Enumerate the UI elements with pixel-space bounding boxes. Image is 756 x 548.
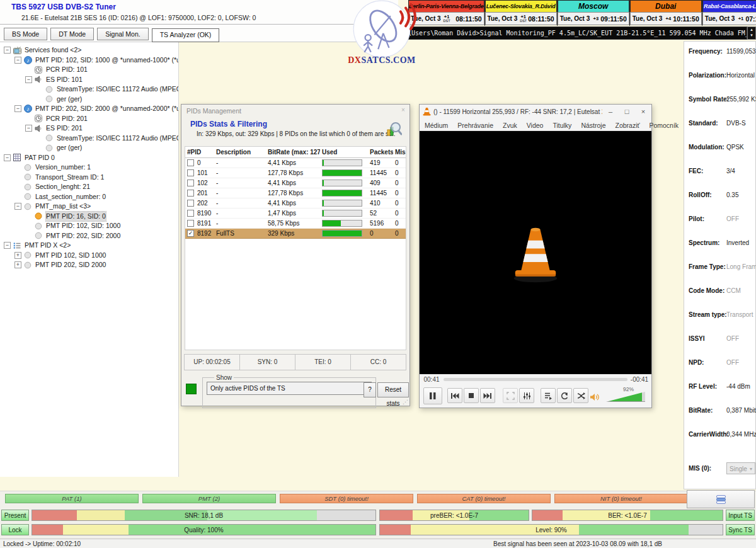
- tree-item[interactable]: −Services found <2>: [0, 45, 178, 55]
- table-row[interactable]: 102-4,41 Kbps4090: [185, 178, 406, 188]
- collapse-icon[interactable]: −: [4, 47, 11, 54]
- input-ts-button[interactable]: Input TS: [726, 510, 755, 521]
- seek-bar[interactable]: [444, 378, 627, 381]
- tree-item[interactable]: −PAT PID 0: [0, 153, 178, 163]
- menu-pomocn-k[interactable]: Pomocník: [649, 122, 679, 129]
- tree-item[interactable]: PCR PID: 101: [0, 65, 178, 75]
- table-row[interactable]: 101-127,78 Kbps114450: [185, 168, 406, 178]
- table-row[interactable]: 0-4,41 Kbps4190: [185, 158, 406, 168]
- lock-button[interactable]: Lock: [1, 524, 29, 535]
- show-filter-select[interactable]: Only active PIDS of the TS ▾: [207, 382, 372, 395]
- vlc-titlebar[interactable]: () - 11599 Horizontal 255,993 / RF: -44 …: [420, 105, 651, 118]
- loop-button[interactable]: [557, 388, 572, 403]
- column-header-used[interactable]: Used: [320, 147, 368, 157]
- present-row: Present SNR: 18,1 dB preBER: <1.0E-7 BER…: [0, 510, 756, 522]
- row-checkbox[interactable]: [187, 220, 194, 227]
- table-row[interactable]: 202-4,41 Kbps4100: [185, 198, 406, 208]
- tree-item[interactable]: −ES PID: 101: [0, 75, 178, 85]
- tree-item[interactable]: Last_section_number: 0: [0, 192, 178, 202]
- help-button[interactable]: ?: [364, 382, 376, 397]
- menu-video[interactable]: Video: [527, 122, 544, 129]
- collapse-icon[interactable]: −: [14, 57, 21, 64]
- tree-item[interactable]: +PMT PID 102, SID 1000: [0, 251, 178, 261]
- tree-item[interactable]: ger (ger): [0, 94, 178, 105]
- close-icon[interactable]: ×: [399, 106, 407, 114]
- present-button[interactable]: Present: [1, 510, 29, 521]
- tree-item[interactable]: ger (ger): [0, 143, 178, 153]
- tree-item[interactable]: PMT PID: 16, SID: 0: [0, 212, 178, 222]
- tree-item[interactable]: Transport_Stream ID: 1: [0, 173, 178, 183]
- tree-item[interactable]: PMT PID: 202, SID: 2000: [0, 231, 178, 241]
- tree-item[interactable]: StreamType: ISO/IEC 11172 Audio (MPEG-1)…: [0, 84, 178, 94]
- minimize-icon[interactable]: –: [602, 108, 619, 115]
- menu-prehr-vanie[interactable]: Prehrávanie: [457, 122, 493, 129]
- table-row[interactable]: 201-127,78 Kbps114450: [185, 188, 406, 198]
- menu-zobrazi[interactable]: Zobraziť: [615, 122, 639, 129]
- menu-n-stroje[interactable]: Nástroje: [581, 122, 605, 129]
- expand-icon[interactable]: +: [14, 261, 21, 268]
- table-row[interactable]: ✓8192FullTS329 Kbps00: [185, 229, 406, 239]
- row-checkbox[interactable]: [187, 210, 194, 217]
- collapse-icon[interactable]: −: [14, 203, 21, 210]
- equalizer-button[interactable]: [519, 388, 534, 403]
- column-header-bitrate-max-[interactable]: BitRate (max: 127,78 Kb...: [266, 147, 320, 157]
- playlist-button[interactable]: [541, 388, 556, 403]
- row-checkbox[interactable]: [187, 190, 194, 197]
- pause-button[interactable]: [423, 387, 442, 404]
- tree-item[interactable]: PCR PID: 201: [0, 114, 178, 124]
- sync-ts-button[interactable]: Sync TS: [726, 524, 755, 535]
- tab-bs-mode[interactable]: BS Mode: [4, 28, 47, 40]
- volume-slider[interactable]: [606, 392, 645, 402]
- vlc-video-area[interactable]: [420, 131, 651, 374]
- reset-stats-button[interactable]: Reset stats: [377, 382, 409, 397]
- app-root: TBS 5927 USB DVB-S2 Tuner 21.6E - Eutels…: [0, 0, 756, 548]
- console-command-bar[interactable]: C:\Users\Roman Dávid>Signal Monitoring_P…: [397, 26, 747, 40]
- tree-item[interactable]: StreamType: ISO/IEC 11172 Audio (MPEG-1)…: [0, 134, 178, 144]
- table-row[interactable]: 8191-58,75 Kbps51960: [185, 219, 406, 229]
- table-row[interactable]: 8190-1,47 Kbps520: [185, 208, 406, 219]
- database-button[interactable]: [687, 490, 755, 508]
- collapse-icon[interactable]: −: [4, 242, 11, 249]
- menu-zvuk[interactable]: Zvuk: [503, 122, 517, 129]
- console-scrollbar[interactable]: ▲ ▼: [747, 26, 756, 40]
- tab-ts-analyzer-ok[interactable]: TS Analyzer (OK): [152, 28, 220, 42]
- row-checkbox[interactable]: [187, 200, 194, 207]
- collapse-icon[interactable]: −: [25, 76, 32, 83]
- tree-item[interactable]: −PMT PID X <2>: [0, 241, 178, 251]
- tree-item[interactable]: −♪PMT PID: 102, SID: 1000 @ *unnamed-100…: [0, 55, 178, 66]
- pids-window-titlebar[interactable]: PIDs Management: [181, 105, 410, 117]
- tree-item[interactable]: +PMT PID 202, SID 2000: [0, 260, 178, 270]
- tree-item[interactable]: −ES PID: 201: [0, 123, 178, 134]
- tree-item[interactable]: −♪PMT PID: 202, SID: 2000 @ *unnamed-200…: [0, 104, 178, 114]
- row-checkbox[interactable]: ✓: [187, 230, 194, 237]
- collapse-icon[interactable]: −: [14, 105, 21, 112]
- row-checkbox[interactable]: [187, 159, 194, 166]
- menu-m-dium[interactable]: Médium: [425, 122, 448, 129]
- stop-button[interactable]: [464, 388, 479, 403]
- resize-grip-icon[interactable]: ⋰: [403, 399, 408, 405]
- maximize-icon[interactable]: □: [619, 108, 635, 115]
- tree-item[interactable]: −PMT_map_list <3>: [0, 202, 178, 212]
- column-header-description[interactable]: Description: [214, 147, 266, 157]
- scroll-up-icon[interactable]: ▲: [748, 27, 755, 33]
- row-checkbox[interactable]: [187, 180, 194, 186]
- tree-item[interactable]: Section_lenght: 21: [0, 182, 178, 192]
- column-header-packets[interactable]: Packets: [368, 147, 393, 157]
- column-header-pid[interactable]: #PID: [185, 147, 214, 157]
- menu-titulky[interactable]: Titulky: [553, 122, 571, 129]
- tree-item[interactable]: Version_number: 1: [0, 163, 178, 173]
- tab-signal-mon[interactable]: Signal Mon.: [97, 28, 148, 40]
- mis-select[interactable]: Single ▾: [726, 462, 755, 474]
- tab-dt-mode[interactable]: DT Mode: [50, 28, 94, 40]
- collapse-icon[interactable]: −: [4, 154, 11, 161]
- fullscreen-button[interactable]: [503, 388, 518, 403]
- row-checkbox[interactable]: [187, 169, 194, 176]
- collapse-icon[interactable]: −: [25, 125, 32, 132]
- scroll-down-icon[interactable]: ▼: [748, 33, 755, 38]
- tree-item[interactable]: PMT PID: 102, SID: 1000: [0, 221, 178, 231]
- column-header-missing[interactable]: Missing: [393, 147, 406, 157]
- expand-icon[interactable]: +: [14, 252, 21, 259]
- next-button[interactable]: [480, 388, 495, 403]
- previous-button[interactable]: [447, 388, 462, 403]
- close-icon[interactable]: ×: [635, 108, 651, 115]
